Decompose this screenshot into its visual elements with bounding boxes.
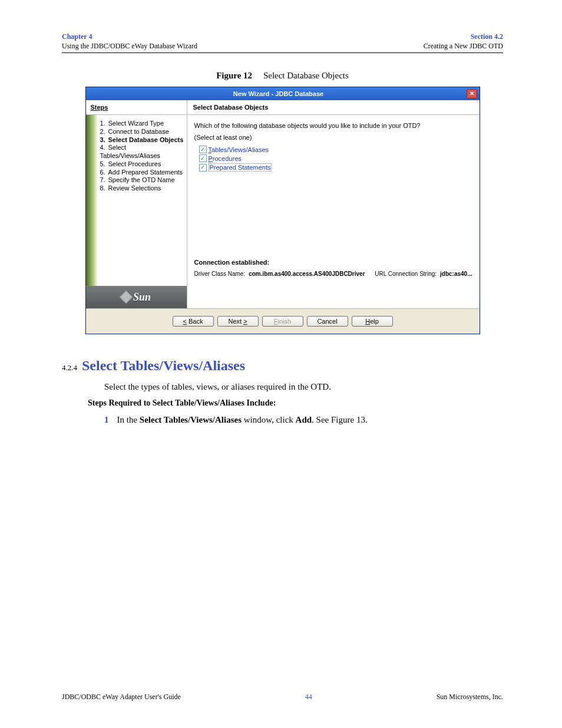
- wizard-instruction: (Select at least one): [194, 134, 472, 141]
- page-header: Chapter 4 Using the JDBC/ODBC eWay Datab…: [62, 32, 503, 51]
- step-item: 8.Review Selections: [100, 185, 184, 193]
- driver-value: com.ibm.as400.access.AS400JDBCDriver: [249, 271, 365, 277]
- section-title-424: Select Tables/Views/Aliases: [82, 358, 245, 374]
- checkbox-icon[interactable]: ✓: [199, 164, 207, 172]
- steps-header: Steps: [86, 100, 187, 115]
- cancel-button[interactable]: Cancel: [307, 316, 348, 327]
- steps-panel: Steps 1.Select Wizard Type 2.Connect to …: [86, 100, 187, 308]
- sun-logo: Sun: [86, 286, 187, 308]
- connection-header: Connection established:: [194, 259, 472, 266]
- chapter-title: Using the JDBC/ODBC eWay Database Wizard: [62, 42, 197, 51]
- step-item-current: 3.Select Database Objects: [100, 136, 184, 144]
- titlebar: New Wizard - JDBC Database ✕: [86, 87, 480, 100]
- figure-title: Select Database Objects: [263, 71, 349, 80]
- step-item: 7.Specify the OTD Name: [100, 176, 184, 185]
- step-item: 2.Connect to Database: [100, 128, 184, 136]
- main-panel: Select Database Objects Which of the fol…: [187, 100, 480, 308]
- figure-caption: Figure 12 Select Database Objects: [62, 71, 503, 81]
- chapter-label: Chapter 4: [62, 32, 197, 42]
- checkbox-procedures[interactable]: ✓ Procedures: [199, 154, 472, 162]
- url-value: jdbc:as40...: [440, 271, 472, 277]
- next-button[interactable]: Next >: [217, 316, 259, 327]
- button-row: < < BackBack Next > Finish Cancel Help: [86, 308, 480, 334]
- steps-intro: Steps Required to Select Table/Views/Ali…: [88, 398, 503, 408]
- section-label: Section 4.2: [424, 32, 503, 42]
- wizard-question: Which of the following database objects …: [194, 122, 472, 129]
- checkbox-icon[interactable]: ✓: [199, 154, 207, 162]
- header-rule: [62, 52, 503, 53]
- close-icon[interactable]: ✕: [467, 89, 477, 98]
- finish-button: Finish: [262, 316, 303, 327]
- wizard-dialog: New Wizard - JDBC Database ✕ Steps 1.Sel…: [85, 87, 480, 334]
- section-intro: Select the types of tables, views, or al…: [104, 381, 503, 393]
- section-heading: 4.2.4 Select Tables/Views/Aliases: [62, 358, 503, 374]
- main-header: Select Database Objects: [187, 100, 480, 115]
- step-item: 4.Select Tables/Views/Aliases: [100, 144, 184, 160]
- checkbox-prepared-statements[interactable]: ✓ Prepared Statements: [199, 163, 472, 172]
- numbered-step-1: 1 In the Select Tables/Views/Aliases win…: [104, 414, 503, 426]
- help-button[interactable]: Help: [352, 316, 393, 327]
- url-label: URL Connection String:: [375, 271, 437, 277]
- step-item: 6.Add Prepared Statements: [100, 169, 184, 177]
- driver-label: Driver Class Name:: [194, 271, 246, 277]
- step-item: 1.Select Wizard Type: [100, 120, 184, 128]
- checkbox-icon[interactable]: ✓: [199, 146, 207, 153]
- step-item: 5.Select Procedures: [100, 160, 184, 169]
- step-number: 1: [104, 414, 109, 426]
- connection-info: Connection established: Driver Class Nam…: [187, 254, 480, 283]
- figure-label: Figure 12: [216, 71, 252, 80]
- section-title: Creating a New JDBC OTD: [424, 42, 503, 51]
- dialog-title: New Wizard - JDBC Database: [91, 90, 467, 97]
- checkbox-tables[interactable]: ✓ Tables/Views/Aliases: [199, 146, 472, 153]
- sun-glyph-icon: [120, 291, 133, 304]
- steps-list: 1.Select Wizard Type 2.Connect to Databa…: [86, 120, 184, 193]
- back-button[interactable]: < < BackBack: [173, 316, 214, 327]
- section-number: 4.2.4: [62, 363, 77, 373]
